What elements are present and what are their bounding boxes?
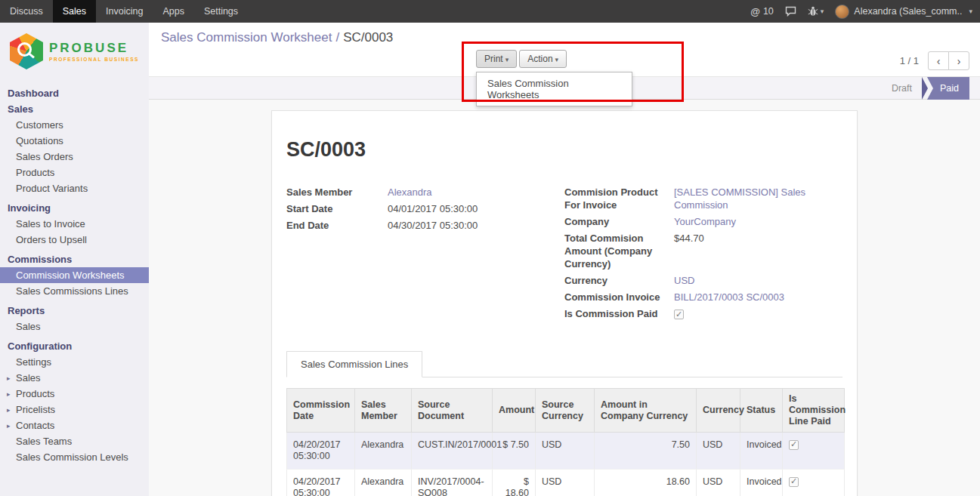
sidebar-item-settings[interactable]: Settings [0, 354, 149, 370]
cell-line-paid [783, 470, 845, 496]
expand-arrow-icon[interactable]: ▸ [7, 421, 11, 432]
sidebar: PROBUSE PROFESSIONAL BUSINESS Dashboard … [0, 23, 149, 496]
sidebar-item-product-variants[interactable]: Product Variants [0, 180, 149, 196]
user-avatar [835, 5, 849, 19]
stage-draft[interactable]: Draft [882, 77, 922, 100]
cell-sales-member: Alexandra [355, 470, 412, 496]
topnav-discuss[interactable]: Discuss [0, 0, 53, 23]
breadcrumb-current: SC/0003 [343, 30, 393, 45]
caret-down-icon: ▾ [821, 8, 824, 15]
print-button[interactable]: Print▾ [476, 50, 517, 68]
col-status: Status [740, 389, 783, 433]
commission-invoice-link[interactable]: BILL/2017/0003 SC/0003 [674, 291, 784, 303]
company-link[interactable]: YourCompany [674, 215, 736, 228]
sidebar-item-reports-sales[interactable]: Sales [0, 319, 149, 334]
sidebar-item-sales-orders[interactable]: Sales Orders [0, 149, 149, 165]
cell-line-paid [783, 433, 845, 470]
topnav-invoicing[interactable]: Invoicing [96, 0, 153, 23]
sidebar-item-sales-commissions-lines[interactable]: Sales Commissions Lines [0, 283, 149, 299]
sheet-wrapper: SC/0003 Sales Member Alexandra Start Dat… [149, 100, 980, 496]
sales-member-link[interactable]: Alexandra [388, 186, 432, 199]
field-start-date: Start Date 04/01/2017 05:30:00 [286, 202, 564, 215]
action-button[interactable]: Action▾ [519, 50, 567, 68]
table-row[interactable]: 04/20/2017 05:30:00 Alexandra CUST.IN/20… [287, 433, 845, 470]
col-sales-member: Sales Member [355, 389, 412, 433]
cell-source-document: INV/2017/0004-SO008 [412, 470, 493, 496]
field-label: Start Date [286, 202, 388, 215]
col-commission-date: Commission Date [287, 389, 355, 433]
caret-down-icon: ▾ [969, 8, 972, 15]
sidebar-section-sales: Sales Customers Quotations Sales Orders … [0, 101, 149, 196]
cell-source-currency: USD [536, 433, 595, 470]
sidebar-item-config-contacts[interactable]: ▸Contacts [0, 417, 149, 433]
topnav-settings[interactable]: Settings [194, 0, 248, 23]
cell-amount-company: 7.50 [595, 433, 697, 470]
table-row[interactable]: 04/20/2017 05:30:00 Alexandra INV/2017/0… [287, 470, 845, 496]
sidebar-item-commission-worksheets[interactable]: Commission Worksheets [0, 267, 149, 283]
sidebar-item-products[interactable]: Products [0, 165, 149, 180]
start-date-value: 04/01/2017 05:30:00 [388, 202, 478, 215]
topbar: Discuss Sales Invoicing Apps Settings @ … [0, 0, 980, 23]
commission-lines-table: Commission Date Sales Member Source Docu… [286, 388, 845, 496]
commission-product-link[interactable]: [SALES COMMISSION] Sales Commission [674, 186, 842, 211]
cell-sales-member: Alexandra [355, 433, 412, 470]
sidebar-item-dashboard[interactable]: Dashboard [0, 85, 149, 101]
probuse-logo[interactable]: PROBUSE PROFESSIONAL BUSINESS [0, 23, 149, 82]
sidebar-item-config-products[interactable]: ▸Products [0, 386, 149, 402]
field-label: End Date [286, 219, 388, 232]
sidebar-heading-sales[interactable]: Sales [0, 101, 149, 117]
stage-paid[interactable]: Paid [927, 77, 969, 100]
field-company: Company YourCompany [564, 215, 842, 228]
field-label: Total Commision Amount (Company Currency… [564, 232, 674, 270]
expand-arrow-icon[interactable]: ▸ [7, 389, 11, 400]
sidebar-item-config-pricelists[interactable]: ▸Pricelists [0, 402, 149, 417]
cell-status: Invoiced [740, 433, 783, 470]
field-label: Currency [564, 274, 674, 287]
user-menu[interactable]: Alexandra (Sales_comm.. ▾ [835, 5, 972, 19]
mentions-button[interactable]: @ 10 [750, 6, 774, 17]
logo-subtitle: PROFESSIONAL BUSINESS [49, 57, 139, 62]
tab-sales-commission-lines[interactable]: Sales Commission Lines [286, 351, 422, 377]
line-paid-checkbox [789, 477, 799, 487]
action-buttons: Print▾ Action▾ [476, 50, 567, 68]
sidebar-heading-invoicing[interactable]: Invoicing [0, 200, 149, 216]
sidebar-item-quotations[interactable]: Quotations [0, 133, 149, 149]
field-commission-product: Commision Product For Invoice [SALES COM… [564, 186, 842, 211]
menu-item-sales-commission-worksheets[interactable]: Sales Commission Worksheets [477, 72, 632, 106]
form-sheet: SC/0003 Sales Member Alexandra Start Dat… [271, 110, 858, 496]
debug-bug-button[interactable]: ▾ [808, 6, 824, 17]
main-content: Sales Commission Worksheet/SC/0003 Print… [149, 23, 980, 496]
field-groups: Sales Member Alexandra Start Date 04/01/… [286, 186, 842, 324]
sidebar-item-sales-teams[interactable]: Sales Teams [0, 433, 149, 449]
pager-previous-button[interactable]: ‹ [928, 51, 949, 70]
sidebar-item-customers[interactable]: Customers [0, 117, 149, 133]
sidebar-item-sales-commission-levels[interactable]: Sales Commission Levels [0, 449, 149, 465]
pager: 1 / 1 ‹ › [900, 51, 969, 70]
expand-arrow-icon[interactable]: ▸ [7, 405, 11, 416]
sidebar-nav: Dashboard Sales Customers Quotations Sal… [0, 85, 149, 465]
topbar-right: @ 10 ▾ Alexandra (Sal [750, 0, 980, 23]
field-label: Sales Member [286, 186, 388, 199]
expand-arrow-icon[interactable]: ▸ [7, 373, 11, 384]
sidebar-item-config-sales[interactable]: ▸Sales [0, 370, 149, 386]
sidebar-item-orders-to-upsell[interactable]: Orders to Upsell [0, 232, 149, 248]
chat-bubble-icon[interactable] [785, 6, 796, 17]
cell-currency: USD [697, 470, 740, 496]
pager-next-button[interactable]: › [948, 51, 969, 70]
sidebar-heading-configuration[interactable]: Configuration [0, 338, 149, 354]
cell-status: Invoiced [740, 470, 783, 496]
sidebar-item-sales-to-invoice[interactable]: Sales to Invoice [0, 216, 149, 232]
sidebar-heading-reports[interactable]: Reports [0, 303, 149, 319]
pager-counter: 1 / 1 [900, 55, 919, 66]
topnav-sales[interactable]: Sales [53, 0, 96, 23]
field-commission-invoice: Commission Invoice BILL/2017/0003 SC/000… [564, 291, 842, 303]
probuse-logo-text: PROBUSE PROFESSIONAL BUSINESS [49, 42, 139, 62]
sidebar-section-invoicing: Invoicing Sales to Invoice Orders to Ups… [0, 200, 149, 248]
table-header-row: Commission Date Sales Member Source Docu… [287, 389, 845, 433]
currency-link[interactable]: USD [674, 274, 694, 287]
sidebar-heading-commissions[interactable]: Commissions [0, 251, 149, 267]
breadcrumb-parent-link[interactable]: Sales Commission Worksheet [161, 30, 332, 45]
col-amount: Amount [493, 389, 536, 433]
topnav-apps[interactable]: Apps [153, 0, 194, 23]
cell-currency: USD [697, 433, 740, 470]
